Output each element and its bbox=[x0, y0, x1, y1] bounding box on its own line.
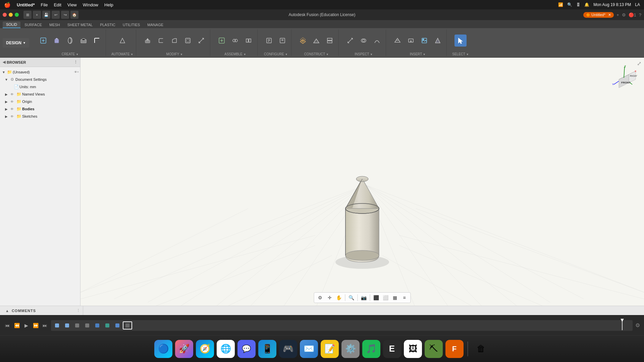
user-icon[interactable]: LA bbox=[635, 2, 640, 7]
camera-btn[interactable]: 📷 bbox=[360, 294, 368, 302]
control-center-icon[interactable]: 🎛 bbox=[576, 2, 580, 7]
tab-sheet-metal[interactable]: SHEET METAL bbox=[64, 21, 96, 28]
help-icon[interactable]: ? bbox=[639, 12, 641, 17]
dock-mail[interactable]: ✉️ bbox=[300, 340, 318, 358]
menu-edit[interactable]: Edit bbox=[54, 2, 61, 7]
search-icon[interactable]: 🔍 bbox=[567, 2, 572, 7]
tl-item-2[interactable] bbox=[62, 321, 72, 329]
tree-item-sketches[interactable]: ▶ 👁 📁 Sketches bbox=[0, 113, 80, 120]
dock-fusion[interactable]: F bbox=[445, 340, 464, 358]
tl-item-5[interactable] bbox=[93, 321, 102, 329]
viewport-options-btn[interactable]: ≡ bbox=[400, 294, 409, 302]
create-new-component-btn[interactable] bbox=[37, 35, 49, 47]
tl-item-6[interactable] bbox=[103, 321, 112, 329]
dock-launchpad[interactable]: 🚀 bbox=[175, 340, 193, 358]
dock-system-prefs[interactable]: ⚙️ bbox=[341, 340, 360, 358]
menu-file[interactable]: File bbox=[41, 2, 48, 7]
dock-preview[interactable]: 🖼 bbox=[404, 340, 422, 358]
orbit-btn[interactable]: ⚙ bbox=[316, 294, 324, 302]
construct-plane-angle-btn[interactable] bbox=[310, 35, 322, 47]
modify-scale-btn[interactable] bbox=[195, 35, 207, 47]
modify-chamfer-btn[interactable] bbox=[168, 35, 180, 47]
tl-prev-btn[interactable]: ⏪ bbox=[13, 323, 20, 328]
home-icon[interactable]: 🏠 bbox=[70, 11, 78, 19]
close-button[interactable] bbox=[3, 13, 7, 17]
insert-svg-btn[interactable] bbox=[405, 35, 417, 47]
visual-style-btn[interactable]: ⬜ bbox=[382, 294, 390, 302]
inspect-measure-btn[interactable] bbox=[344, 35, 356, 47]
minimize-button[interactable] bbox=[9, 13, 13, 17]
notification-icon[interactable]: 🔔 bbox=[584, 2, 589, 7]
create-extrude-btn[interactable] bbox=[51, 35, 63, 47]
tl-item-8[interactable] bbox=[123, 321, 132, 329]
configure-parameters-btn[interactable] bbox=[263, 35, 275, 47]
app-name[interactable]: Untitled* bbox=[17, 2, 35, 7]
dock-notes[interactable]: 📝 bbox=[321, 340, 339, 358]
tl-start-btn[interactable]: ⏮ bbox=[4, 323, 11, 328]
comments-settings-icon[interactable]: ⋮ bbox=[76, 308, 80, 313]
modify-shell-btn[interactable] bbox=[182, 35, 194, 47]
dock-steam[interactable]: 🎮 bbox=[279, 340, 297, 358]
add-tab-icon[interactable]: + bbox=[616, 12, 619, 17]
tree-item-doc-settings[interactable]: ▼ ⚙ Document Settings bbox=[0, 76, 80, 83]
tree-item-origin[interactable]: ▶ 👁 📁 Origin bbox=[0, 98, 80, 105]
viewport-expand-icon[interactable]: ⤢ bbox=[637, 60, 641, 67]
dock-minecraft[interactable]: ⛏ bbox=[425, 340, 443, 358]
save-icon[interactable]: 💾 bbox=[42, 11, 50, 19]
create-revolve-btn[interactable] bbox=[64, 35, 76, 47]
pan-btn[interactable]: ✛ bbox=[326, 294, 334, 302]
grid-icon[interactable]: ⊞ bbox=[23, 11, 32, 19]
construct-midplane-btn[interactable] bbox=[324, 35, 336, 47]
tl-item-7[interactable] bbox=[113, 321, 122, 329]
select-btn[interactable] bbox=[454, 35, 467, 47]
dock-safari[interactable]: 🧭 bbox=[196, 340, 214, 358]
automate-btn[interactable] bbox=[116, 35, 128, 47]
collapse-browser-icon[interactable]: ◀ bbox=[3, 60, 5, 64]
browser-settings-icon[interactable]: ⋮ bbox=[74, 60, 77, 64]
tree-item-named-views[interactable]: ▶ 👁 📁 Named Views bbox=[0, 90, 80, 98]
dock-trash[interactable]: 🗑 bbox=[472, 340, 490, 358]
tl-end-btn[interactable]: ⏭ bbox=[42, 323, 48, 328]
tree-item-bodies[interactable]: ▶ 👁 📁 Bodies bbox=[0, 105, 80, 113]
insert-mesh-btn[interactable] bbox=[391, 35, 404, 47]
menu-window[interactable]: Window bbox=[83, 2, 98, 7]
tl-item-1[interactable] bbox=[52, 321, 62, 329]
create-hole-btn[interactable] bbox=[77, 35, 90, 47]
document-tab[interactable]: 🔶 Untitled* ✕ bbox=[583, 12, 614, 18]
insert-image-btn[interactable] bbox=[418, 35, 430, 47]
assemble-rigid-btn[interactable] bbox=[243, 35, 255, 47]
dock-spotify[interactable]: 🎵 bbox=[362, 340, 380, 358]
tree-item-units[interactable]: 📄 Units: mm bbox=[0, 83, 80, 90]
tl-settings-btn[interactable]: ⚙ bbox=[635, 322, 640, 328]
grid-settings-btn[interactable]: ▦ bbox=[391, 294, 399, 302]
tab-surface[interactable]: SURFACE bbox=[21, 21, 45, 28]
tab-utilities[interactable]: UTILITIES bbox=[119, 21, 143, 28]
assemble-joint-btn[interactable] bbox=[229, 35, 241, 47]
assemble-new-component-btn[interactable] bbox=[216, 35, 228, 47]
tree-item-root[interactable]: ▼ 📁 (Unsaved) 👁 + bbox=[0, 68, 80, 76]
tab-manage[interactable]: MANAGE bbox=[144, 21, 167, 28]
tab-solid[interactable]: SOLID bbox=[3, 21, 20, 28]
modify-press-pull-btn[interactable] bbox=[142, 35, 154, 47]
tl-item-4[interactable] bbox=[83, 321, 92, 329]
dock-epic[interactable]: E bbox=[383, 340, 401, 358]
tl-play-btn[interactable]: ▶ bbox=[23, 323, 30, 328]
construct-offset-plane-btn[interactable] bbox=[297, 35, 309, 47]
redo-icon[interactable]: ↪ bbox=[61, 11, 69, 19]
menu-help[interactable]: Help bbox=[104, 2, 113, 7]
insert-decal-btn[interactable] bbox=[432, 35, 444, 47]
hand-btn[interactable]: ✋ bbox=[335, 294, 343, 302]
zoom-btn[interactable]: 🔍 bbox=[347, 294, 356, 302]
fullscreen-button[interactable] bbox=[15, 13, 19, 17]
eye-icon-root[interactable]: 👁 bbox=[74, 70, 77, 74]
close-tab-icon[interactable]: ✕ bbox=[608, 13, 611, 17]
menu-view[interactable]: View bbox=[67, 2, 77, 7]
collapse-comments-icon[interactable]: ▲ bbox=[5, 309, 9, 313]
tab-plastic[interactable]: PLASTIC bbox=[97, 21, 119, 28]
settings-icon-root[interactable]: + bbox=[77, 70, 79, 74]
new-tab-icon[interactable]: + bbox=[33, 11, 41, 19]
apple-menu[interactable]: 🍎 bbox=[4, 2, 11, 8]
tl-item-3[interactable] bbox=[72, 321, 82, 329]
modify-fillet-btn[interactable] bbox=[155, 35, 167, 47]
viewport[interactable]: FRONT RIGHT X Y Z Z ⚙ ✛ ✋ 🔍 📷 ⬛ ⬜ bbox=[80, 58, 644, 306]
